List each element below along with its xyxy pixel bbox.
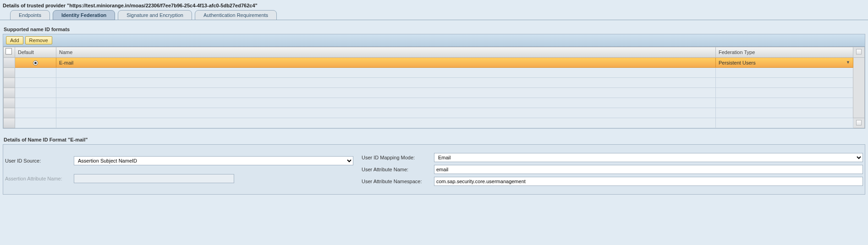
row-user-attribute-namespace: User Attribute Namespace: [362,177,863,186]
label-user-id-mapping-mode: User ID Mapping Mode: [362,155,430,160]
table-row[interactable] [4,98,865,108]
label-user-id-source: User ID Source: [5,158,70,163]
section-details-title: Details of Name ID Format "E-mail" [3,135,865,144]
input-user-attribute-namespace[interactable] [434,177,863,186]
scroll-up-icon[interactable] [853,47,865,58]
default-radio-cell[interactable] [15,58,56,68]
col-name[interactable]: Name [56,47,716,58]
row-assertion-attribute-name: Assertion Attribute Name: [5,171,353,186]
col-default[interactable]: Default [15,47,56,58]
select-user-id-mapping-mode[interactable]: Email [434,153,863,162]
table-row[interactable] [4,68,865,78]
tabrow: Endpoints Identity Federation Signature … [0,10,868,20]
section-supported-formats-title: Supported name ID formats [3,25,865,34]
supported-formats-panel: Add Remove Default Name Federation Type … [3,34,865,129]
input-assertion-attribute-name [74,174,234,183]
row-user-id-mapping-mode: User ID Mapping Mode: Email [362,153,863,162]
remove-button[interactable]: Remove [25,36,52,44]
input-user-attribute-name[interactable] [434,165,863,174]
chevron-down-icon[interactable]: ▼ [846,60,850,65]
select-all-icon[interactable] [4,47,15,58]
scroll-down-icon[interactable] [853,118,865,128]
page-title: Details of trusted provider "https://tes… [0,0,868,10]
name-cell[interactable]: E-mail [56,58,716,68]
tab-identity-federation[interactable]: Identity Federation [53,10,115,20]
toolbar: Add Remove [3,34,865,47]
formats-table: Default Name Federation Type E-mail Pers… [3,47,865,128]
label-assertion-attribute-name: Assertion Attribute Name: [5,176,70,181]
tab-signature-encryption[interactable]: Signature and Encryption [118,10,192,20]
table-row[interactable] [4,88,865,98]
table-row[interactable]: E-mail Persistent Users▼ [4,58,865,68]
select-user-id-source[interactable]: Assertion Subject NameID [74,156,353,165]
table-row[interactable] [4,118,865,128]
federation-type-cell[interactable]: Persistent Users▼ [716,58,853,68]
details-panel: User ID Source: Assertion Subject NameID… [3,144,865,195]
label-user-attribute-namespace: User Attribute Namespace: [362,179,430,184]
tab-authentication-requirements[interactable]: Authentication Requirements [195,10,277,20]
row-handle[interactable] [4,58,15,68]
add-button[interactable]: Add [6,36,23,44]
radio-on-icon[interactable] [33,60,38,65]
row-user-id-source: User ID Source: Assertion Subject NameID [5,153,353,168]
table-row[interactable] [4,78,865,88]
label-user-attribute-name: User Attribute Name: [362,167,430,172]
col-federation-type[interactable]: Federation Type [716,47,853,58]
scrollbar-track[interactable] [853,58,865,118]
row-user-attribute-name: User Attribute Name: [362,165,863,174]
table-row[interactable] [4,108,865,118]
tab-endpoints[interactable]: Endpoints [10,10,50,20]
